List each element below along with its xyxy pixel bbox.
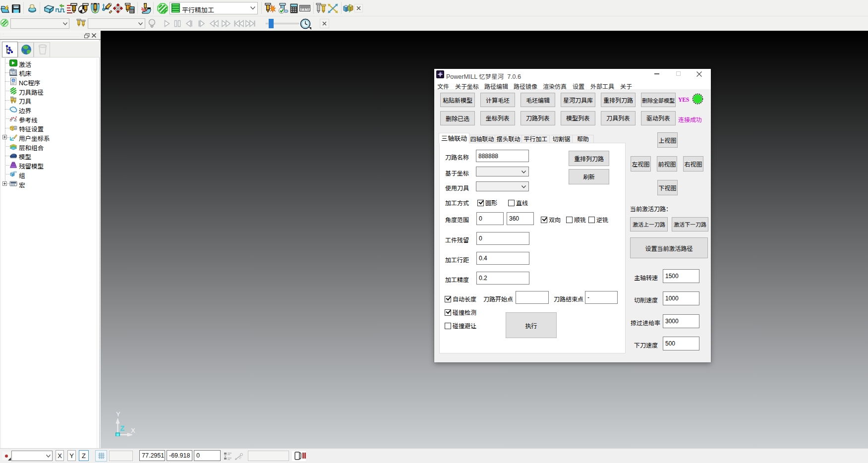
- svg-text:Z: Z: [120, 424, 124, 432]
- svg-text:Y: Y: [116, 410, 120, 418]
- svg-text:X: X: [131, 427, 135, 434]
